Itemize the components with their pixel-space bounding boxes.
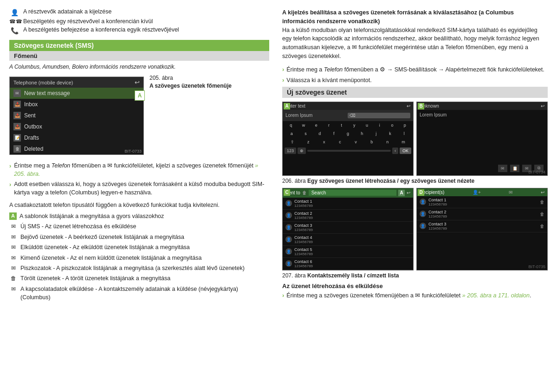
inbox-desc-icon: ✉	[9, 233, 18, 241]
kbd-row-1: qwertyuiop	[283, 121, 413, 129]
desc-item-new-sms: ✉ Új SMS - Az üzenet létrehozása és elkü…	[9, 222, 269, 231]
contact-info-c-1: Contact 1 123456789	[294, 199, 410, 208]
new-sms-section: Új szöveges üzenet A Enter text ↩ Lorem …	[282, 87, 548, 300]
space-btn[interactable]	[307, 150, 391, 152]
delete-d-2-icon[interactable]: 🗑	[540, 212, 544, 217]
bullet-item-2: › Adott esetben válassza ki, hogy a szöv…	[9, 180, 269, 197]
fomenu-subtitle: A Columbus, Amundsen, Bolero információs…	[9, 64, 269, 70]
kbd-row-3: ⇧zxcvbnm	[283, 138, 413, 146]
avatar-c-2: 👤	[285, 212, 292, 218]
contact-c-1[interactable]: 👤 Contact 1 123456789	[283, 198, 413, 210]
contact-c-5[interactable]: 👤 Contact 5 123456789	[283, 246, 413, 258]
drafts-icon: 📝	[13, 134, 21, 141]
screens-ab-row: A Enter text ↩ Lorem Ipsum ⌫ qwertyuiop	[282, 102, 548, 176]
mockup-item-new-text[interactable]: ✉ New text message ⧉	[10, 88, 143, 99]
vcard-icon: ✉	[9, 285, 18, 293]
avatar-c-1: 👤	[285, 200, 292, 206]
back-icon: ↩	[135, 79, 140, 86]
mockup-item-inbox[interactable]: 📥 Inbox	[10, 99, 143, 110]
bit-tag-b: BIT-0734	[528, 170, 545, 174]
contact-c-2[interactable]: 👤 Contact 2 123456789	[283, 210, 413, 222]
mockup-item-drafts[interactable]: 📝 Drafts	[10, 132, 143, 143]
trash-icon: 🗑	[9, 275, 18, 283]
fomenu-bullets: › Érintse meg a Telefon főmenüben a ✉ fu…	[9, 161, 269, 197]
avatar-d-2: 👤	[420, 211, 426, 217]
sms-icon-2[interactable]: 📋	[510, 165, 519, 172]
contact-info-d-1: Contact 1 123456789	[428, 198, 538, 206]
sms-mockup: Telephone (mobile device) ↩ ✉ New text m…	[9, 77, 144, 155]
ok-btn[interactable]: OK	[400, 148, 411, 154]
screen-b-unknown: B Unknown ↩ Lorem Ipsum ✉ 📋 ✉ ⧉	[416, 102, 548, 176]
inbox-icon: 📥	[13, 101, 21, 108]
mockup-item-sent[interactable]: 📤 Sent	[10, 110, 143, 121]
contact-d-2[interactable]: 👤 Contact 2 123456789 🗑	[417, 208, 547, 220]
sent-desc-icon: ✉	[9, 244, 18, 251]
shift-key[interactable]: ⇧	[289, 139, 296, 145]
avatar-d-3: 👤	[420, 223, 426, 229]
screen-c-sent-to: C Sent to 🗑 Search A ↩ 👤	[282, 188, 414, 270]
contact-d-3[interactable]: 👤 Contact 3 123456789 🗑	[417, 220, 547, 232]
bit-tag: BIT-0733	[124, 149, 142, 154]
create-bullet: › Érintse meg a szöveges üzenetek főmenü…	[282, 291, 548, 300]
search-a-badge: A	[398, 190, 405, 196]
avatar-c-3: 👤	[285, 224, 292, 231]
back-d-icon: ↩	[541, 190, 544, 195]
bullet-arrow-2: ›	[9, 180, 11, 197]
contact-info-c-6: Contact 6 123456789	[294, 259, 410, 268]
left-arrow-btn[interactable]: ‹	[392, 148, 398, 154]
avatar-d-1: 👤	[420, 199, 426, 205]
contact-info-d-2: Contact 2 123456789	[428, 210, 538, 218]
drafts-desc-icon: ✉	[9, 264, 18, 272]
new-sms-header: Új szöveges üzenet	[282, 87, 548, 98]
right-arr-1: ›	[282, 65, 284, 74]
contact-info-c-5: Contact 5 123456789	[294, 247, 410, 256]
num-btn[interactable]: 123	[285, 148, 296, 154]
right-column: A kijelzés beállítása a szöveges üzenete…	[282, 8, 548, 384]
search-box[interactable]: Search	[309, 190, 396, 196]
contact-c-4[interactable]: 👤 Contact 4 123456789	[283, 234, 413, 246]
left-column: 👤 A résztvevők adatainak a kijelzése ☎☎ …	[9, 8, 269, 384]
phone-end-icon: 📞	[9, 27, 19, 34]
screen-a-enter-text: A Enter text ↩ Lorem Ipsum ⌫ qwertyuiop	[282, 102, 414, 176]
icon-item-participants: 👤 A résztvevők adatainak a kijelzése	[9, 8, 269, 16]
fig206-caption: 206. ábra Egy szöveges üzenet létrehozás…	[282, 178, 548, 184]
screen-d-recipients: D Recipient(s) 👤+ ✉ ↩ 👤 Contact 1 123456…	[416, 188, 548, 270]
text-input-area[interactable]: Lorem Ipsum ⌫	[283, 110, 413, 121]
deleted-icon: 🗑	[13, 145, 21, 153]
mockup-item-outbox[interactable]: 📤 Outbox	[10, 121, 143, 132]
screen-c-label: C	[284, 189, 290, 196]
delete-btn[interactable]: ⌫	[348, 113, 411, 118]
desc-item-outgoing: ✉ Kimenő üzenetek - Az el nem küldött üz…	[9, 254, 269, 262]
kbd-bottom-row: 123 ⊕ ‹ OK	[283, 146, 413, 155]
contact-c-3[interactable]: 👤 Contact 3 123456789	[283, 222, 413, 234]
bit-tag-cd: BIT-0735	[528, 264, 545, 269]
person-add-icon: 👤+	[473, 190, 481, 195]
fig207-caption: 207. ábra Kontaktszemély lista / címzett…	[282, 272, 548, 279]
new-msg-icon: ✉	[13, 90, 21, 97]
contact-d-1[interactable]: 👤 Contact 1 123456789 🗑	[417, 196, 547, 208]
globe-btn[interactable]: ⊕	[298, 148, 306, 154]
desc-item-vcard: ✉ A kapcsolatadatok elküldése - A kontak…	[9, 285, 269, 302]
desc-item-sent: ✉ Elküldött üzenetek - Az elküldött üzen…	[9, 243, 269, 251]
create-header: Az üzenet létrehozása és elküldése	[282, 283, 548, 289]
mockup-item-deleted[interactable]: 🗑 Deleted	[10, 143, 143, 154]
delete-d-3-icon[interactable]: 🗑	[540, 224, 544, 229]
screen-b-label: B	[418, 103, 424, 109]
desc-item-drafts: ✉ Piszkozatok - A piszkozatok listájának…	[9, 264, 269, 272]
avatar-c-4: 👤	[285, 236, 292, 243]
sms-icon-1[interactable]: ✉	[498, 165, 507, 172]
delete-d-1-icon[interactable]: 🗑	[540, 199, 544, 205]
kbd-row-2: asdfghjkl	[283, 129, 413, 138]
screens-cd-row: C Sent to 🗑 Search A ↩ 👤	[282, 188, 548, 270]
contact-info-d-3: Contact 3 123456789	[428, 222, 538, 231]
right-bullet-1: › Érintse meg a Telefon főmenüben a ⚙ → …	[282, 65, 548, 74]
contact-info-c-2: Contact 2 123456789	[294, 211, 410, 220]
screen-b-header: Unknown ↩	[417, 102, 547, 110]
screen-d-header: Recipient(s) 👤+ ✉ ↩	[417, 188, 547, 196]
contact-info-c-4: Contact 4 123456789	[294, 235, 410, 244]
icon-item-outside: ☎☎ Beszélgetés egy résztvevővel a konfer…	[9, 18, 269, 25]
sms-fig-ab: A Enter text ↩ Lorem Ipsum ⌫ qwertyuiop	[282, 102, 548, 184]
label-a-badge: A	[135, 90, 145, 101]
outbox-icon: 📤	[13, 123, 21, 130]
contact-c-6[interactable]: 👤 Contact 6 123456789	[283, 258, 413, 270]
